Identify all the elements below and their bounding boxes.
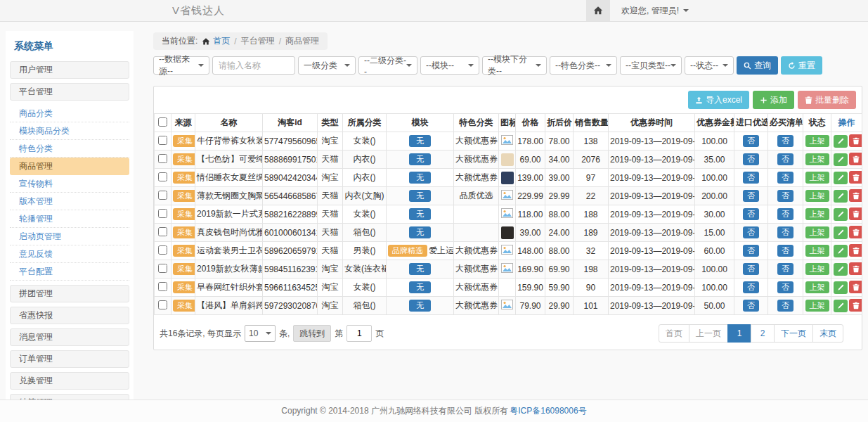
module-subcategory-select[interactable]: --模块下分类-- (482, 56, 547, 75)
must-buy-toggle[interactable]: 否 (777, 153, 793, 165)
page-number-input[interactable] (346, 325, 372, 342)
product-name-input[interactable] (212, 56, 295, 75)
delete-button[interactable] (849, 171, 862, 184)
sidebar-item-group-buy[interactable]: 拼团管理 (10, 285, 129, 302)
edit-button[interactable] (834, 153, 848, 166)
import-select-toggle[interactable]: 否 (743, 263, 759, 275)
sidebar-subitem-goods-management[interactable]: 商品管理 (10, 158, 129, 175)
batch-delete-button[interactable]: 批量删除 (798, 91, 856, 109)
row-checkbox[interactable] (158, 209, 167, 218)
must-buy-toggle[interactable]: 否 (777, 190, 793, 202)
import-select-toggle[interactable]: 否 (743, 190, 759, 202)
edit-button[interactable] (834, 281, 848, 294)
status-toggle[interactable]: 上架 (805, 153, 829, 165)
row-checkbox[interactable] (158, 191, 167, 200)
must-buy-toggle[interactable]: 否 (777, 245, 793, 257)
import-select-toggle[interactable]: 否 (743, 245, 759, 257)
delete-button[interactable] (849, 299, 862, 312)
level2-category-select[interactable]: --二级分类-- (358, 56, 417, 75)
edit-button[interactable] (834, 135, 848, 148)
jump-button[interactable]: 跳转到 (293, 325, 331, 342)
must-buy-toggle[interactable]: 否 (777, 281, 793, 293)
sidebar-item-platform[interactable]: 平台管理 (10, 83, 129, 101)
import-select-toggle[interactable]: 否 (743, 153, 759, 165)
delete-button[interactable] (849, 281, 862, 293)
item-type-select[interactable]: --宝贝类型-- (620, 56, 682, 75)
next-page-button[interactable]: 下一页 (774, 324, 813, 343)
sidebar-subitem-promo-materials[interactable]: 宣传物料 (10, 175, 129, 193)
icp-link[interactable]: 粤ICP备16098006号 (510, 405, 586, 417)
user-menu[interactable]: 欢迎您, 管理员! (621, 5, 689, 17)
edit-button[interactable] (834, 172, 848, 184)
per-page-select[interactable]: 10 (245, 325, 276, 342)
must-buy-toggle[interactable]: 否 (777, 172, 793, 184)
page-2-button[interactable]: 2 (751, 324, 775, 343)
first-page-button[interactable]: 首页 (659, 324, 689, 343)
status-toggle[interactable]: 上架 (805, 226, 829, 238)
delete-button[interactable] (849, 262, 862, 275)
import-select-toggle[interactable]: 否 (743, 208, 759, 220)
import-select-toggle[interactable]: 否 (743, 226, 759, 238)
row-checkbox[interactable] (158, 172, 167, 181)
add-button[interactable]: 添加 (753, 91, 794, 109)
delete-button[interactable] (849, 207, 862, 220)
sidebar-subitem-splash-management[interactable]: 启动页管理 (10, 228, 129, 245)
search-button[interactable]: 查询 (737, 56, 778, 75)
edit-button[interactable] (834, 190, 848, 203)
edit-button[interactable] (834, 263, 848, 276)
sidebar-item-orders[interactable]: 订单管理 (10, 350, 129, 368)
sidebar-subitem-feedback[interactable]: 意见反馈 (10, 245, 129, 263)
sidebar-item-exchange[interactable]: 兑换管理 (10, 372, 129, 390)
edit-button[interactable] (834, 226, 848, 239)
row-checkbox[interactable] (158, 136, 167, 145)
import-select-toggle[interactable]: 否 (743, 300, 759, 312)
select-all-checkbox[interactable] (158, 117, 167, 127)
sidebar-item-messages[interactable]: 消息管理 (10, 328, 129, 346)
import-select-toggle[interactable]: 否 (743, 172, 759, 184)
import-select-toggle[interactable]: 否 (743, 135, 759, 147)
reset-button[interactable]: 重置 (781, 56, 822, 75)
must-buy-toggle[interactable]: 否 (777, 135, 793, 147)
sidebar-subitem-version-management[interactable]: 版本管理 (10, 193, 129, 210)
sidebar-subitem-carousel-management[interactable]: 轮播管理 (10, 210, 129, 228)
last-page-button[interactable]: 末页 (812, 324, 843, 343)
breadcrumb-home-link[interactable]: 首页 (213, 35, 230, 47)
status-select[interactable]: --状态-- (685, 56, 734, 75)
status-toggle[interactable]: 上架 (805, 190, 829, 202)
status-toggle[interactable]: 上架 (805, 208, 829, 220)
delete-button[interactable] (849, 153, 862, 165)
prev-page-button[interactable]: 上一页 (689, 324, 728, 343)
filter-data-source-select[interactable]: --数据来源-- (153, 56, 209, 75)
status-toggle[interactable]: 上架 (805, 281, 829, 293)
must-buy-toggle[interactable]: 否 (777, 208, 793, 220)
status-toggle[interactable]: 上架 (805, 135, 829, 147)
must-buy-toggle[interactable]: 否 (777, 300, 793, 312)
must-buy-toggle[interactable]: 否 (777, 226, 793, 238)
sidebar-item-users[interactable]: 用户管理 (10, 61, 129, 79)
sidebar-item-clipped[interactable]: 结算管理 (10, 394, 129, 399)
must-buy-toggle[interactable]: 否 (777, 263, 793, 275)
feature-category-select[interactable]: --特色分类-- (550, 56, 617, 75)
row-checkbox[interactable] (158, 227, 167, 236)
status-toggle[interactable]: 上架 (805, 245, 829, 257)
page-1-button[interactable]: 1 (727, 324, 751, 343)
delete-button[interactable] (849, 244, 862, 257)
delete-button[interactable] (849, 226, 862, 238)
status-toggle[interactable]: 上架 (805, 172, 829, 184)
sidebar-subitem-feature-category[interactable]: 特色分类 (10, 140, 129, 158)
status-toggle[interactable]: 上架 (805, 263, 829, 275)
row-checkbox[interactable] (158, 245, 167, 255)
status-toggle[interactable]: 上架 (805, 300, 829, 312)
delete-button[interactable] (849, 134, 862, 147)
level1-category-select[interactable]: 一级分类 (298, 56, 356, 75)
module-select[interactable]: --模块-- (420, 56, 479, 75)
delete-button[interactable] (849, 189, 862, 202)
home-button[interactable] (586, 0, 610, 21)
sidebar-item-saving-express[interactable]: 省惠快报 (10, 307, 129, 324)
import-excel-button[interactable]: 导入excel (688, 91, 749, 109)
row-checkbox[interactable] (158, 300, 167, 309)
row-checkbox[interactable] (158, 264, 167, 273)
sidebar-subitem-module-goods-category[interactable]: 模块商品分类 (10, 122, 129, 140)
edit-button[interactable] (834, 300, 848, 312)
row-checkbox[interactable] (158, 154, 167, 163)
